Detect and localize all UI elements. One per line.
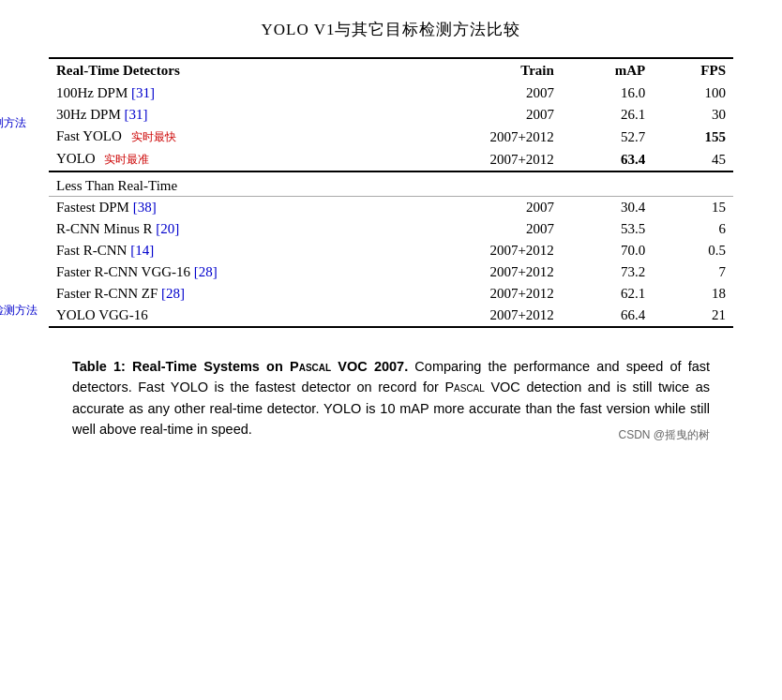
page-title: YOLO V1与其它目标检测方法比较 — [28, 19, 754, 40]
caption-label: Table 1: — [72, 359, 126, 374]
detector-cell: 100Hz DPM [31] — [49, 82, 402, 104]
annotation-realtime: 实时目标检测方法 — [0, 115, 26, 131]
table-container: 实时目标检测方法 FPS>30 非实时目标检测方法 FPS<30 Real-Ti… — [49, 57, 733, 328]
comparison-table: Real-Time Detectors Train mAP FPS 100Hz … — [49, 57, 733, 328]
fps-cell: 45 — [653, 148, 733, 171]
train-cell: 2007+2012 — [402, 283, 562, 305]
header-map: mAP — [562, 58, 653, 82]
detector-cell: Fastest DPM [38] — [49, 197, 402, 218]
fps-cell: 15 — [653, 197, 733, 218]
map-cell: 26.1 — [562, 104, 653, 126]
detector-cell: YOLO VGG-16 — [49, 305, 402, 327]
fps-cell: 18 — [653, 283, 733, 305]
detector-cell: Faster R-CNN ZF [28] — [49, 283, 402, 305]
train-cell: 2007+2012 — [402, 126, 562, 148]
train-cell: 2007+2012 — [402, 305, 562, 327]
detector-cell: Faster R-CNN VGG-16 [28] — [49, 261, 402, 283]
train-cell: 2007 — [402, 82, 562, 104]
train-cell: 2007 — [402, 218, 562, 240]
map-cell: 66.4 — [562, 305, 653, 327]
watermark: CSDN @摇曳的树 — [618, 426, 710, 444]
caption-box: Table 1: Real-Time Systems on Pascal VOC… — [72, 356, 710, 440]
map-cell: 70.0 — [562, 240, 653, 261]
header-detector: Real-Time Detectors — [49, 58, 402, 82]
train-cell: 2007 — [402, 104, 562, 126]
detector-cell: R-CNN Minus R [20] — [49, 218, 402, 240]
header-fps: FPS — [653, 58, 733, 82]
map-cell: 73.2 — [562, 261, 653, 283]
fps-cell: 21 — [653, 305, 733, 327]
caption-text: Table 1: Real-Time Systems on Pascal VOC… — [72, 356, 710, 440]
detector-cell: YOLO 实时最准 — [49, 148, 402, 171]
fps-cell: 0.5 — [653, 240, 733, 261]
annotation-nonrealtime: 非实时目标检测方法 — [0, 303, 38, 319]
train-cell: 2007+2012 — [402, 240, 562, 261]
map-cell: 62.1 — [562, 283, 653, 305]
caption-title-bold: Real-Time Systems on Pascal VOC 2007. — [132, 359, 408, 374]
fps-cell: 30 — [653, 104, 733, 126]
train-cell: 2007+2012 — [402, 261, 562, 283]
header-train: Train — [402, 58, 562, 82]
detector-cell: Fast R-CNN [14] — [49, 240, 402, 261]
map-cell: 30.4 — [562, 197, 653, 218]
detector-cell: 30Hz DPM [31] — [49, 104, 402, 126]
map-cell: 16.0 — [562, 82, 653, 104]
fps-cell: 7 — [653, 261, 733, 283]
train-cell: 2007+2012 — [402, 148, 562, 171]
train-cell: 2007 — [402, 197, 562, 218]
fps-cell: 6 — [653, 218, 733, 240]
map-cell: 52.7 — [562, 126, 653, 148]
fps-cell: 100 — [653, 82, 733, 104]
fps-cell: 155 — [653, 126, 733, 148]
map-cell: 63.4 — [562, 148, 653, 171]
section-header-cell: Less Than Real-Time — [49, 171, 733, 197]
map-cell: 53.5 — [562, 218, 653, 240]
detector-cell: Fast YOLO 实时最快 — [49, 126, 402, 148]
